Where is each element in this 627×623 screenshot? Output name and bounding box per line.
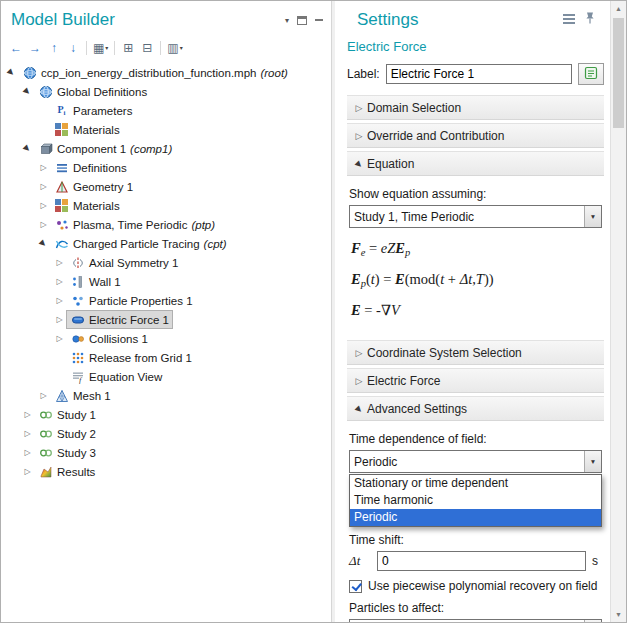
expander-closed-icon[interactable]: ▷ — [53, 277, 66, 286]
forward-icon: → — [29, 41, 41, 55]
advanced-section-content: Time dependence of field: Periodic ▼ Sta… — [347, 424, 604, 622]
dropdown-option-stationary-or-time-dependent[interactable]: Stationary or time dependent — [350, 475, 601, 492]
up-button[interactable]: ↑ — [45, 38, 63, 58]
show-menu-icon[interactable] — [562, 11, 576, 29]
expand-all-button[interactable]: ⊞ — [119, 38, 137, 58]
time-shift-input[interactable] — [377, 551, 586, 571]
down-icon: ↓ — [70, 41, 76, 55]
forward-button[interactable]: → — [26, 38, 44, 58]
svg-text:f: f — [79, 376, 83, 384]
tree-item-collisions-1[interactable]: ▷Collisions 1 — [1, 329, 331, 348]
tree-item-study-3[interactable]: ▷Study 3 — [1, 443, 331, 462]
materials-icon — [54, 123, 69, 137]
dropdown-option-periodic[interactable]: Periodic — [350, 509, 601, 526]
expander-closed-icon[interactable]: ▷ — [37, 201, 50, 210]
section-title: Equation — [367, 157, 414, 171]
columns-button[interactable]: ▥▾ — [165, 38, 184, 58]
tree-item-tag: (cpt) — [204, 238, 227, 250]
tree-item-parameters[interactable]: PiParameters — [1, 101, 331, 120]
section-title: Coordinate System Selection — [367, 346, 522, 360]
time-dependence-select[interactable]: Periodic ▼ — [349, 450, 602, 473]
equation-assuming-select[interactable]: Study 1, Time Periodic ▼ — [349, 205, 602, 228]
results-icon — [38, 465, 53, 479]
tree-item-study-2[interactable]: ▷Study 2 — [1, 424, 331, 443]
dropdown-option-time-harmonic[interactable]: Time harmonic — [350, 492, 601, 509]
tree-item-wall-1[interactable]: ▷Wall 1 — [1, 272, 331, 291]
tree-item-label: Equation View — [89, 371, 162, 383]
show-button[interactable]: ▦▾ — [91, 38, 110, 58]
section-advanced-settings[interactable]: ▶ Advanced Settings — [347, 396, 604, 421]
tree-item-label: Component 1(comp1) — [57, 143, 172, 155]
recovery-checkbox[interactable] — [349, 580, 362, 593]
tree-item-particle-properties-1[interactable]: ▷Particle Properties 1 — [1, 291, 331, 310]
tree-item-materials[interactable]: ▷Materials — [1, 196, 331, 215]
expander-closed-icon[interactable]: ▷ — [37, 182, 50, 191]
section-electric-force[interactable]: ▷ Electric Force — [347, 368, 604, 393]
tree-item-equation-view[interactable]: fEquation View — [1, 367, 331, 386]
expander-closed-icon[interactable]: ▷ — [37, 163, 50, 172]
expander-closed-icon[interactable]: ▷ — [53, 315, 66, 324]
back-button[interactable]: ← — [7, 38, 25, 58]
section-coordinate-system-selection[interactable]: ▷ Coordinate System Selection — [347, 340, 604, 365]
tree-item-ccp-ion-energy-distribution-function-mph[interactable]: ▶ccp_ion_energy_distribution_function.mp… — [1, 63, 331, 82]
section-override-and-contribution[interactable]: ▷ Override and Contribution — [347, 123, 604, 148]
expander-closed-icon[interactable]: ▷ — [53, 334, 66, 343]
tree-item-plasma-time-periodic[interactable]: ▷Plasma, Time Periodic(ptp) — [1, 215, 331, 234]
tree-item-mesh-1[interactable]: ▷Mesh 1 — [1, 386, 331, 405]
chevron-down-icon[interactable]: ▼ — [584, 451, 601, 472]
axial-symmetry-icon — [70, 256, 85, 270]
section-equation[interactable]: ▶ Equation — [347, 151, 604, 176]
expander-closed-icon[interactable]: ▷ — [37, 220, 50, 229]
toolbar-separator — [114, 41, 115, 55]
tree-item-materials[interactable]: Materials — [1, 120, 331, 139]
expander-closed-icon[interactable]: ▷ — [21, 410, 34, 419]
section-domain-selection[interactable]: ▷ Domain Selection — [347, 95, 604, 120]
delta-t-symbol: Δt — [349, 553, 371, 569]
chevron-down-icon[interactable]: ▼ — [584, 620, 601, 622]
expander-open-icon[interactable]: ▶ — [37, 239, 50, 248]
pin-icon[interactable] — [584, 11, 596, 29]
tree-item-definitions[interactable]: ▷Definitions — [1, 158, 331, 177]
rename-button[interactable] — [578, 63, 604, 85]
model-globe-icon — [22, 66, 37, 80]
minimize-icon[interactable] — [315, 19, 323, 21]
chevron-down-icon[interactable]: ▼ — [584, 206, 601, 227]
tree-item-study-1[interactable]: ▷Study 1 — [1, 405, 331, 424]
model-builder-header: Model Builder ▾ — [1, 1, 331, 35]
particles-to-affect-select[interactable]: All ▼ — [349, 619, 602, 622]
expander-closed-icon[interactable]: ▷ — [21, 429, 34, 438]
tree-item-results[interactable]: ▷Results — [1, 462, 331, 481]
tree-item-label: Definitions — [73, 162, 127, 174]
down-button[interactable]: ↓ — [64, 38, 82, 58]
expander-closed-icon[interactable]: ▷ — [21, 448, 34, 457]
show-icon: ▦ — [93, 41, 104, 55]
collapse-all-button[interactable]: ⊟ — [138, 38, 156, 58]
scroll-track[interactable] — [611, 16, 626, 607]
scroll-thumb[interactable] — [613, 18, 624, 128]
settings-scrollbar[interactable]: ▲ ▼ — [610, 1, 626, 622]
expander-open-icon[interactable]: ▶ — [21, 87, 34, 96]
expander-open-icon[interactable]: ▶ — [5, 68, 18, 77]
caret-down-icon[interactable]: ▾ — [285, 16, 289, 25]
scroll-down-button[interactable]: ▼ — [611, 607, 626, 622]
tree-item-global-definitions[interactable]: ▶Global Definitions — [1, 82, 331, 101]
tree-item-axial-symmetry-1[interactable]: ▷Axial Symmetry 1 — [1, 253, 331, 272]
scroll-up-button[interactable]: ▲ — [611, 1, 626, 16]
tree-item-label: Geometry 1 — [73, 181, 133, 193]
electric-force-icon — [70, 313, 85, 327]
tree-item-component-1[interactable]: ▶Component 1(comp1) — [1, 139, 331, 158]
expander-open-icon[interactable]: ▶ — [21, 144, 34, 153]
expander-closed-icon[interactable]: ▷ — [21, 467, 34, 476]
label-input[interactable] — [386, 64, 572, 84]
tree-item-electric-force-1[interactable]: ▷Electric Force 1 — [1, 310, 331, 329]
tree-item-release-from-grid-1[interactable]: Release from Grid 1 — [1, 348, 331, 367]
tree-item-label: Materials — [73, 200, 120, 212]
time-dependence-value: Periodic — [350, 451, 584, 472]
expander-closed-icon[interactable]: ▷ — [37, 391, 50, 400]
tree-item-geometry-1[interactable]: ▷Geometry 1 — [1, 177, 331, 196]
expander-closed-icon[interactable]: ▷ — [53, 258, 66, 267]
particles-to-affect-label: Particles to affect: — [349, 601, 602, 615]
float-panel-icon[interactable] — [297, 16, 307, 25]
tree-item-charged-particle-tracing[interactable]: ▶Charged Particle Tracing(cpt) — [1, 234, 331, 253]
expander-closed-icon[interactable]: ▷ — [53, 296, 66, 305]
